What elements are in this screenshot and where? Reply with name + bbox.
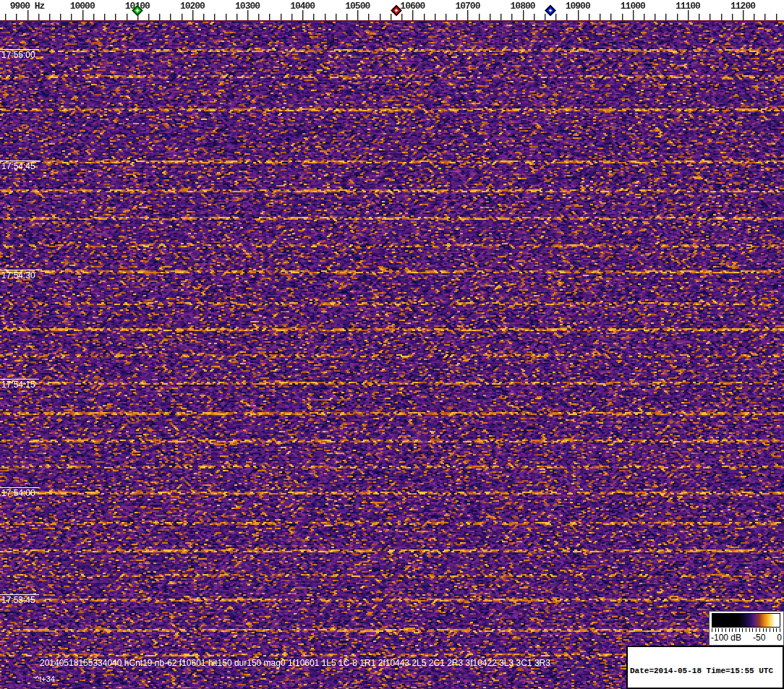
marker-blue-center-dot — [549, 9, 552, 12]
colorbar-label-mid: -50 — [753, 633, 765, 643]
freq-label: 10500 — [345, 1, 370, 12]
frequency-ruler[interactable]: 9900 Hz100001010010200103001040010500106… — [0, 0, 784, 22]
marker-red-center-dot — [394, 9, 397, 12]
freq-label: 10700 — [455, 1, 480, 12]
freq-label: 10000 — [70, 1, 95, 12]
time-label: 17:53:45 — [1, 595, 35, 605]
freq-label: 9900 Hz — [10, 1, 45, 12]
amplitude-gradient-bar[interactable] — [712, 613, 780, 628]
freq-label: 10900 — [566, 1, 590, 12]
freq-label: 10300 — [235, 1, 260, 12]
freq-label: 11200 — [730, 1, 755, 12]
freq-label: 10400 — [290, 1, 315, 12]
capture-info-box: Date=2014-05-18 Time=15:55 UTC Freq=143 … — [626, 646, 784, 689]
meteor-echo-spectrogram-window: 9900 Hz100001010010200103001040010500106… — [0, 0, 784, 689]
colorbar-label-max: 0 — [777, 633, 782, 643]
amplitude-colorbar-panel: -100 dB -50 0 — [709, 611, 784, 646]
colorbar-label-min: -100 dB — [711, 633, 741, 643]
cursor-readout-text: ^t+34 — [35, 675, 55, 683]
freq-label: 10200 — [180, 1, 205, 12]
freq-label: 11100 — [676, 1, 700, 12]
time-label: 17:54:00 — [1, 488, 35, 498]
time-label: 17:54:30 — [1, 270, 35, 281]
time-label: 17:55:00 — [1, 50, 35, 60]
time-label: 17:54:15 — [1, 380, 35, 390]
detection-result-text: 20140518155334040 hCnt19 nb-62 f10601 hi… — [40, 658, 550, 668]
amplitude-colorbar-labels: -100 dB -50 0 — [711, 633, 782, 643]
freq-label: 10800 — [511, 1, 535, 12]
freq-label: 10600 — [400, 1, 425, 12]
info-date-time: Date=2014-05-18 Time=15:55 UTC — [630, 667, 780, 676]
freq-label: 11000 — [621, 1, 645, 12]
spectrogram-waterfall — [0, 22, 784, 689]
marker-green-center-dot — [136, 9, 139, 12]
time-label: 17:54:45 — [1, 161, 35, 171]
